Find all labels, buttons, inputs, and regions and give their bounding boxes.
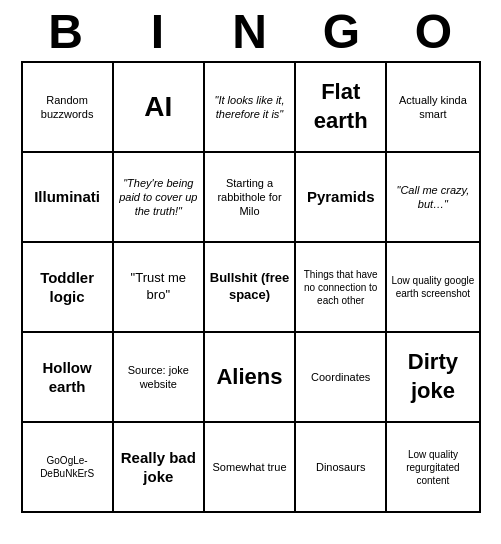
cell-2-5: "Call me crazy, but…" [387,153,478,241]
bingo-row-4: Hollow earth Source: joke website Aliens… [23,331,479,421]
title-o: O [391,4,479,59]
cell-2-4: Pyramids [296,153,387,241]
cell-5-5: Low quality regurgitated content [387,423,478,511]
bingo-grid: Random buzzwords AI "It looks like it, t… [21,61,481,513]
cell-5-1: GoOgLe-DeBuNkErS [23,423,114,511]
cell-1-1: Random buzzwords [23,63,114,151]
cell-4-4: Coordinates [296,333,387,421]
cell-1-2: AI [114,63,205,151]
bingo-row-3: Toddler logic "Trust me bro" Bullshit (f… [23,241,479,331]
cell-1-4: Flat earth [296,63,387,151]
cell-4-1: Hollow earth [23,333,114,421]
cell-5-4: Dinosaurs [296,423,387,511]
cell-4-5: Dirty joke [387,333,478,421]
cell-2-2: "They're being paid to cover up the trut… [114,153,205,241]
cell-3-5: Low quality google earth screenshot [387,243,478,331]
cell-4-3: Aliens [205,333,296,421]
title-b: B [23,4,111,59]
bingo-title: B I N G O [21,0,481,61]
bingo-row-1: Random buzzwords AI "It looks like it, t… [23,63,479,151]
title-g: G [299,4,387,59]
cell-4-2: Source: joke website [114,333,205,421]
cell-5-2: Really bad joke [114,423,205,511]
cell-3-3: Bullshit (free space) [205,243,296,331]
cell-1-3: "It looks like it, therefore it is" [205,63,296,151]
cell-2-1: Illuminati [23,153,114,241]
title-n: N [207,4,295,59]
cell-1-5: Actually kinda smart [387,63,478,151]
cell-3-2: "Trust me bro" [114,243,205,331]
cell-5-3: Somewhat true [205,423,296,511]
cell-2-3: Starting a rabbithole for Milo [205,153,296,241]
bingo-row-2: Illuminati "They're being paid to cover … [23,151,479,241]
bingo-row-5: GoOgLe-DeBuNkErS Really bad joke Somewha… [23,421,479,511]
title-i: I [115,4,203,59]
cell-3-1: Toddler logic [23,243,114,331]
cell-3-4: Things that have no connection to each o… [296,243,387,331]
